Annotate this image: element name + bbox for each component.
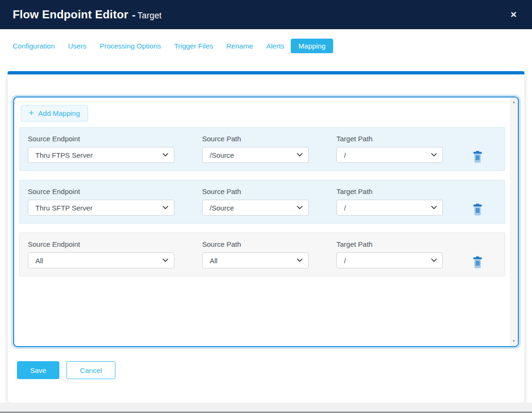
target-path-select-wrap: / [336, 252, 443, 268]
delete-mapping-button[interactable] [472, 256, 483, 269]
target-path-field: Target Path / [336, 240, 443, 268]
source-path-select-wrap: /Source [202, 147, 309, 163]
mapping-row: Source Endpoint Thru SFTP Server Source … [19, 180, 505, 224]
scroll-up-icon[interactable]: ▲ [512, 97, 516, 107]
tab-processing-options[interactable]: Processing Options [99, 39, 161, 53]
source-path-label: Source Path [202, 135, 309, 143]
source-endpoint-field: Source Endpoint Thru FTPS Server [28, 135, 174, 163]
source-endpoint-select[interactable]: Thru SFTP Server [28, 200, 174, 216]
dialog-title: Flow Endpoint Editor-Target [13, 8, 162, 21]
tab-bar: ConfigurationUsersProcessing OptionsTrig… [13, 39, 532, 53]
save-button[interactable]: Save [17, 361, 59, 379]
mapping-row: Source Endpoint All Source Path All [19, 233, 505, 276]
cancel-button[interactable]: Cancel [66, 361, 115, 379]
tab-trigger-files[interactable]: Trigger Files [174, 39, 213, 53]
target-path-select[interactable]: / [336, 147, 443, 163]
target-path-label: Target Path [336, 187, 443, 195]
source-path-label: Source Path [202, 187, 309, 195]
page-bottom-strip [0, 403, 532, 413]
dialog-header: Flow Endpoint Editor-Target ✕ [0, 0, 532, 29]
scroll-down-icon[interactable]: ▼ [512, 337, 516, 346]
source-endpoint-select-wrap: Thru SFTP Server [28, 200, 174, 216]
source-path-field: Source Path /Source [202, 187, 309, 216]
mapping-panel-content: + Add Mapping Source Endpoint Thru FTPS … [14, 97, 510, 346]
tab-alerts[interactable]: Alerts [266, 39, 284, 53]
source-endpoint-select[interactable]: All [28, 252, 174, 268]
scrollbar[interactable]: ▲ ▼ [510, 97, 518, 346]
dialog-footer: Save Cancel [17, 361, 519, 379]
delete-mapping-button[interactable] [472, 151, 483, 163]
add-mapping-label: Add Mapping [38, 109, 80, 117]
tab-mapping[interactable]: Mapping [291, 39, 333, 53]
source-path-field: Source Path /Source [202, 135, 309, 163]
plus-icon: + [29, 108, 34, 117]
mapping-card: + Add Mapping Source Endpoint Thru FTPS … [8, 74, 524, 403]
source-endpoint-label: Source Endpoint [28, 135, 174, 143]
source-endpoint-select-wrap: All [28, 252, 174, 268]
mapping-panel: + Add Mapping Source Endpoint Thru FTPS … [13, 97, 519, 347]
target-path-select-wrap: / [336, 200, 443, 216]
tab-users[interactable]: Users [68, 39, 86, 53]
tab-configuration[interactable]: Configuration [13, 39, 55, 53]
trash-icon [472, 256, 483, 269]
source-endpoint-select[interactable]: Thru FTPS Server [28, 147, 174, 163]
source-endpoint-field: Source Endpoint Thru SFTP Server [28, 187, 174, 216]
target-path-field: Target Path / [336, 187, 443, 216]
dialog-title-main: Flow Endpoint Editor [13, 8, 128, 21]
flow-endpoint-editor-window: Flow Endpoint Editor-Target ✕ Configurat… [0, 0, 532, 413]
source-path-select[interactable]: /Source [202, 147, 309, 163]
source-endpoint-label: Source Endpoint [28, 240, 174, 248]
mapping-rows: Source Endpoint Thru FTPS Server Source … [19, 127, 505, 276]
source-endpoint-label: Source Endpoint [28, 187, 174, 195]
tab-rename[interactable]: Rename [226, 39, 253, 53]
source-path-select[interactable]: /Source [202, 200, 309, 216]
dialog-title-subtitle: Target [138, 11, 162, 20]
close-icon[interactable]: ✕ [508, 9, 519, 21]
target-path-select-wrap: / [336, 147, 443, 163]
add-mapping-button[interactable]: + Add Mapping [21, 105, 88, 121]
mapping-card-area: + Add Mapping Source Endpoint Thru FTPS … [8, 71, 524, 403]
delete-mapping-button[interactable] [472, 203, 483, 216]
source-endpoint-select-wrap: Thru FTPS Server [28, 147, 174, 163]
source-path-select-wrap: /Source [202, 200, 309, 216]
target-path-label: Target Path [336, 240, 443, 248]
spacer [0, 53, 532, 71]
dialog-title-separator: - [132, 9, 136, 21]
trash-icon [472, 203, 483, 216]
target-path-select[interactable]: / [336, 200, 443, 216]
source-path-select-wrap: All [202, 252, 309, 268]
source-endpoint-field: Source Endpoint All [28, 240, 174, 268]
trash-icon [472, 151, 483, 163]
source-path-label: Source Path [202, 240, 309, 248]
mapping-row: Source Endpoint Thru FTPS Server Source … [19, 127, 505, 171]
source-path-select[interactable]: All [202, 252, 309, 268]
target-path-label: Target Path [336, 135, 443, 143]
target-path-select[interactable]: / [336, 252, 443, 268]
source-path-field: Source Path All [202, 240, 309, 268]
accent-bar [8, 71, 524, 74]
target-path-field: Target Path / [336, 135, 443, 163]
